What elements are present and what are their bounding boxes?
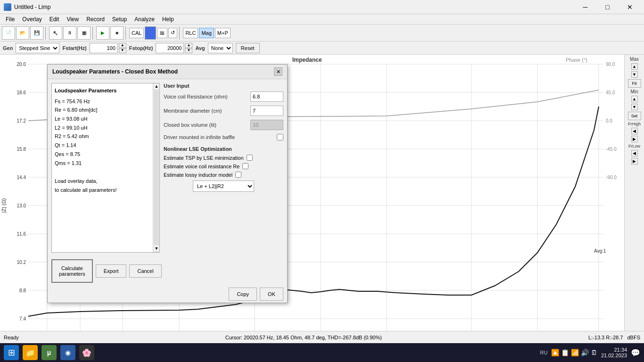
- fstop-input[interactable]: [156, 43, 184, 53]
- inductor-model-select[interactable]: Le + L2||R2 Le only Le + R2: [193, 181, 254, 192]
- frlow-right-button[interactable]: ▶: [631, 158, 638, 165]
- inkscape-button[interactable]: 🌸: [79, 345, 94, 360]
- scroll-down[interactable]: ▼: [153, 246, 160, 252]
- re-label: Estimate voice coil resistance Re: [164, 164, 239, 169]
- menu-item-file[interactable]: File: [2, 15, 18, 24]
- fstart-label: Fstart(Hz): [62, 45, 86, 51]
- pause-button[interactable]: ⏸: [63, 26, 76, 40]
- svg-text:45.0: 45.0: [606, 90, 615, 95]
- clock: 21:34 21.02.2023: [601, 347, 627, 358]
- min-down-button[interactable]: ▼: [631, 104, 638, 110]
- svg-text:Impedance: Impedance: [292, 57, 322, 63]
- explorer-button[interactable]: 📁: [23, 345, 38, 360]
- utorrent-button[interactable]: μ: [41, 345, 57, 360]
- grid-button[interactable]: ▦: [77, 26, 91, 40]
- min-up-button[interactable]: ▲: [631, 96, 638, 102]
- system-tray: 🔼 📋 📶 🔊 🗓: [551, 349, 597, 356]
- svg-text:20.0: 20.0: [17, 62, 26, 67]
- menu-item-overlay[interactable]: Overlay: [18, 15, 45, 24]
- load-msg-2: to calculate all parameters!: [55, 186, 157, 195]
- max-up-button[interactable]: ▲: [631, 63, 638, 70]
- voice-coil-input[interactable]: [250, 91, 283, 102]
- set-button[interactable]: Set: [628, 112, 641, 120]
- menu-item-help[interactable]: Help: [158, 15, 178, 24]
- lossy-checkbox[interactable]: [235, 172, 241, 178]
- svg-text:11.6: 11.6: [17, 231, 26, 237]
- closed-box-field: Closed box volume (lit): [164, 120, 283, 130]
- stop-button[interactable]: ■: [110, 26, 124, 40]
- maximize-button[interactable]: □: [597, 0, 618, 14]
- tsp-checkbox-field: Estimate TSP by LSE minimization: [164, 155, 283, 161]
- notification-button[interactable]: 💬: [631, 348, 640, 357]
- open-button[interactable]: 📂: [16, 26, 29, 40]
- menu-item-record[interactable]: Record: [83, 15, 108, 24]
- re-checkbox[interactable]: [242, 163, 248, 169]
- closed-box-input[interactable]: [250, 120, 283, 130]
- fstart-input[interactable]: [90, 43, 118, 53]
- fstop-down[interactable]: ▼: [185, 48, 192, 53]
- param-qes: Qes = 8.75: [55, 150, 157, 159]
- scroll-up[interactable]: ▲: [153, 83, 160, 90]
- fstop-up[interactable]: ▲: [185, 43, 192, 48]
- menu-item-view[interactable]: View: [63, 15, 83, 24]
- dialog-titlebar: Loudspeaker Parameters - Closed Box Meth…: [48, 65, 287, 79]
- cancel-button[interactable]: Cancel: [129, 264, 161, 278]
- user-input-title: User Input: [164, 83, 283, 89]
- mag-button[interactable]: Mag: [199, 28, 214, 38]
- cal-button[interactable]: CAL: [129, 28, 144, 38]
- load-msg-1: Load overlay data,: [55, 177, 157, 186]
- menu-item-analyze[interactable]: Analyze: [131, 15, 158, 24]
- membrane-diam-field: Membrane diameter (cm): [164, 106, 283, 116]
- window-title: Untitled - Limp: [14, 4, 50, 10]
- menu-item-edit[interactable]: Edit: [46, 15, 63, 24]
- membrane-diam-input[interactable]: [250, 106, 283, 116]
- cursor-button[interactable]: ↖: [49, 26, 62, 40]
- taskbar-left: ⊞ 📁 μ ◉ 🌸: [4, 345, 94, 360]
- export-button[interactable]: Export: [96, 264, 127, 278]
- loop-button[interactable]: ↺: [168, 28, 177, 38]
- frhigh-right-button[interactable]: ▶: [631, 136, 638, 142]
- gen-type-select[interactable]: Stepped Sine Sine Chirp White Noise Pink…: [16, 43, 59, 53]
- fstart-wrap: ▲ ▼: [90, 43, 126, 53]
- play-button[interactable]: ▶: [96, 26, 109, 40]
- close-button[interactable]: ✕: [619, 0, 640, 14]
- copy-button[interactable]: Copy: [229, 288, 257, 301]
- rlc-button[interactable]: RLC: [183, 28, 198, 38]
- blue-btn[interactable]: [145, 26, 156, 40]
- svg-text:17.2: 17.2: [17, 118, 26, 123]
- frlow-left-button[interactable]: ◀: [631, 150, 638, 156]
- infinite-baffle-label: Driver mounted in infinite baffle: [164, 134, 277, 140]
- new-button[interactable]: 📄: [2, 26, 15, 40]
- svg-text:Avg:1: Avg:1: [594, 248, 606, 254]
- limp-taskbar-icon: ◉: [65, 349, 71, 356]
- app3-button[interactable]: ◉: [60, 345, 75, 360]
- mp-button[interactable]: M+P: [215, 28, 231, 38]
- loudspeaker-dialog[interactable]: Loudspeaker Parameters - Closed Box Meth…: [47, 64, 288, 303]
- ok-button[interactable]: OK: [260, 288, 283, 301]
- tsp-checkbox[interactable]: [247, 155, 253, 161]
- re-checkbox-field: Estimate voice coil resistance Re: [164, 163, 283, 169]
- fstart-up[interactable]: ▲: [119, 43, 126, 48]
- reset-button[interactable]: Reset: [236, 43, 260, 53]
- dbfs-label: dBFS: [627, 335, 640, 340]
- dialog-close-button[interactable]: ✕: [274, 67, 282, 76]
- menu-item-setup[interactable]: Setup: [108, 15, 131, 24]
- scroll-thumb[interactable]: [154, 90, 159, 245]
- dialog-user-input: User Input Voice coil Resistance (ohm) M…: [164, 83, 283, 253]
- svg-text:7.4: 7.4: [19, 316, 26, 321]
- start-button[interactable]: ⊞: [4, 345, 19, 360]
- save-button[interactable]: 💾: [30, 26, 43, 40]
- fstart-down[interactable]: ▼: [119, 48, 126, 53]
- fit-button[interactable]: Fit: [628, 79, 641, 88]
- titlebar-left: Untitled - Limp: [4, 3, 50, 11]
- fstart-spin: ▲ ▼: [119, 43, 126, 53]
- avg-select[interactable]: None 2 4 8: [208, 43, 233, 53]
- infinite-baffle-checkbox[interactable]: [277, 134, 283, 140]
- fstop-wrap: ▲ ▼: [156, 43, 192, 53]
- minimize-button[interactable]: ─: [575, 0, 596, 14]
- dialog-buttons-row2: Copy OK: [48, 286, 287, 303]
- max-down-button[interactable]: ▼: [631, 71, 638, 78]
- wave-button[interactable]: ≋: [157, 28, 167, 38]
- frhigh-left-button[interactable]: ◀: [631, 128, 638, 134]
- calculate-button[interactable]: Calculate parameters: [51, 259, 93, 283]
